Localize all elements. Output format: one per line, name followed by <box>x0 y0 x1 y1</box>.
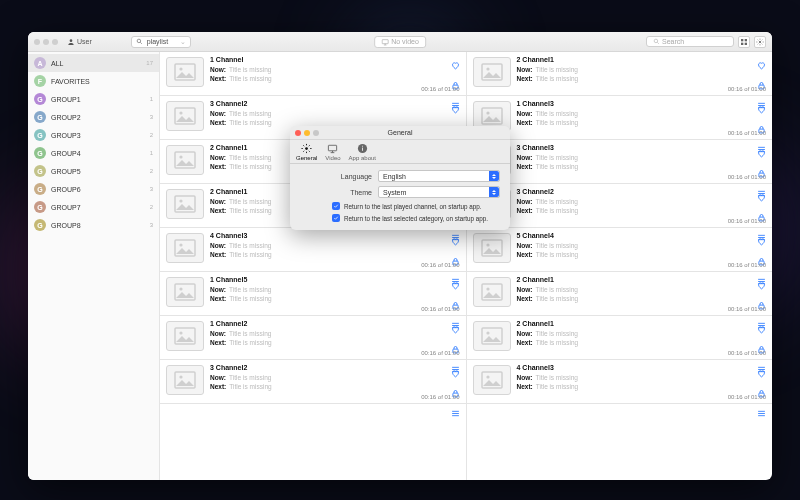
now-value: Title is missing <box>536 374 578 382</box>
next-label: Next: <box>210 119 226 127</box>
tab-about[interactable]: App about <box>349 143 376 161</box>
thumbnail <box>473 233 511 263</box>
channel-title: 4 Channel3 <box>210 232 458 241</box>
channel-title: 3 Channel2 <box>210 100 458 109</box>
channel-cell[interactable]: 1 Channel5Now:Title is missingNext:Title… <box>160 272 466 316</box>
thumbnail <box>166 57 204 87</box>
channel-title: 3 Channel2 <box>210 364 458 373</box>
channel-cell[interactable]: 3 Channel2Now:Title is missingNext:Title… <box>467 184 773 228</box>
thumbnail <box>473 277 511 307</box>
window-controls[interactable] <box>34 39 58 45</box>
channel-title: 3 Channel3 <box>517 144 765 153</box>
now-value: Title is missing <box>229 154 271 162</box>
favorite-button[interactable] <box>757 100 766 118</box>
sidebar-item-group3[interactable]: GGROUP32 <box>28 126 159 144</box>
channel-cell[interactable]: 2 Channel1Now:Title is missingNext:Title… <box>467 52 773 96</box>
settings-button[interactable] <box>754 36 766 48</box>
channel-cell[interactable]: 1 ChannelNow:Title is missingNext:Title … <box>160 52 466 96</box>
favorite-button[interactable] <box>451 364 460 382</box>
language-select[interactable]: English <box>378 170 500 182</box>
now-label: Now: <box>210 242 226 250</box>
channel-cell[interactable]: 1 Channel3Now:Title is missingNext:Title… <box>467 96 773 140</box>
channel-cell[interactable]: 5 Channel4Now:Title is missingNext:Title… <box>467 228 773 272</box>
channel-cell[interactable]: 3 Channel3Now:Title is missingNext:Title… <box>467 140 773 184</box>
channel-cell[interactable]: 2 Channel1Now:Title is missingNext:Title… <box>467 272 773 316</box>
next-value: Title is missing <box>536 339 578 347</box>
favorite-button[interactable] <box>757 56 766 74</box>
sidebar-item-label: ALL <box>51 60 63 67</box>
channel-cell[interactable]: 2 Channel1Now:Title is missingNext:Title… <box>467 316 773 360</box>
favorite-button[interactable] <box>757 144 766 162</box>
favorite-button[interactable] <box>451 232 460 250</box>
favorite-button[interactable] <box>757 232 766 250</box>
favorite-button[interactable] <box>451 100 460 118</box>
timecode: 00:16 of 01:00 <box>421 394 459 400</box>
tab-video[interactable]: Video <box>325 143 340 161</box>
list-button[interactable] <box>451 404 460 422</box>
sidebar-item-group6[interactable]: GGROUP63 <box>28 180 159 198</box>
modal-window-controls[interactable] <box>295 130 319 136</box>
favorite-button[interactable] <box>451 320 460 338</box>
sidebar-item-group2[interactable]: GGROUP23 <box>28 108 159 126</box>
sidebar-item-label: GROUP3 <box>51 132 81 139</box>
favorite-button[interactable] <box>757 364 766 382</box>
sidebar-item-group8[interactable]: GGROUP83 <box>28 216 159 234</box>
sidebar-item-group1[interactable]: GGROUP11 <box>28 90 159 108</box>
channel-grid: 1 ChannelNow:Title is missingNext:Title … <box>160 52 772 480</box>
channel-cell[interactable]: 1 Channel2Now:Title is missingNext:Title… <box>160 316 466 360</box>
favorite-button[interactable] <box>757 320 766 338</box>
next-value: Title is missing <box>229 119 271 127</box>
sidebar-item-count: 1 <box>150 96 153 102</box>
timecode: 00:16 of 01:00 <box>728 306 766 312</box>
next-label: Next: <box>210 339 226 347</box>
layout-button[interactable] <box>738 36 750 48</box>
startup-last-channel-checkbox[interactable]: Return to the last played channel, on st… <box>300 202 500 210</box>
next-value: Title is missing <box>536 207 578 215</box>
favorite-button[interactable] <box>757 276 766 294</box>
startup-last-category-checkbox[interactable]: Return to the last selected category, on… <box>300 214 500 222</box>
info-icon <box>357 143 368 154</box>
favorite-button[interactable] <box>451 56 460 74</box>
now-value: Title is missing <box>229 198 271 206</box>
now-value: Title is missing <box>536 66 578 74</box>
checkmark-icon <box>332 214 340 222</box>
next-value: Title is missing <box>229 295 271 303</box>
thumbnail <box>166 277 204 307</box>
sidebar-item-favorites[interactable]: FFAVORITES <box>28 72 159 90</box>
user-menu[interactable]: User <box>67 38 92 46</box>
tab-label: Video <box>325 155 340 161</box>
list-button[interactable] <box>757 404 766 422</box>
channel-title: 2 Channel1 <box>517 320 765 329</box>
search-placeholder: Search <box>662 38 684 45</box>
favorite-button[interactable] <box>451 276 460 294</box>
sidebar-item-group7[interactable]: GGROUP72 <box>28 198 159 216</box>
theme-select[interactable]: System <box>378 186 500 198</box>
timecode: 00:16 of 01:00 <box>421 350 459 356</box>
sidebar-item-label: GROUP1 <box>51 96 81 103</box>
favorite-button[interactable] <box>757 188 766 206</box>
tv-icon <box>381 38 389 46</box>
sidebar-item-group4[interactable]: GGROUP41 <box>28 144 159 162</box>
user-label: User <box>77 38 92 45</box>
thumbnail <box>166 321 204 351</box>
channel-title: 1 Channel2 <box>210 320 458 329</box>
tab-general[interactable]: General <box>296 143 317 161</box>
channel-cell[interactable]: 4 Channel3Now:Title is missingNext:Title… <box>467 360 773 404</box>
next-value: Title is missing <box>536 163 578 171</box>
group-badge: G <box>34 201 46 213</box>
channel-cell[interactable]: 3 Channel2Now:Title is missingNext:Title… <box>160 360 466 404</box>
sidebar-item-group5[interactable]: GGROUP52 <box>28 162 159 180</box>
channel-title: 1 Channel3 <box>517 100 765 109</box>
search-icon <box>136 38 143 45</box>
search-input[interactable]: Search <box>646 36 734 47</box>
sidebar-item-all[interactable]: AALL17 <box>28 54 159 72</box>
now-label: Now: <box>517 154 533 162</box>
now-value: Title is missing <box>229 66 271 74</box>
channel-cell[interactable]: 4 Channel3Now:Title is missingNext:Title… <box>160 228 466 272</box>
playlist-selector[interactable]: playlist ⌄ <box>131 36 191 48</box>
language-label: Language <box>300 173 372 180</box>
group-badge: G <box>34 111 46 123</box>
now-playing-pill[interactable]: No video <box>374 36 426 48</box>
thumbnail <box>473 57 511 87</box>
sidebar-item-label: GROUP7 <box>51 204 81 211</box>
